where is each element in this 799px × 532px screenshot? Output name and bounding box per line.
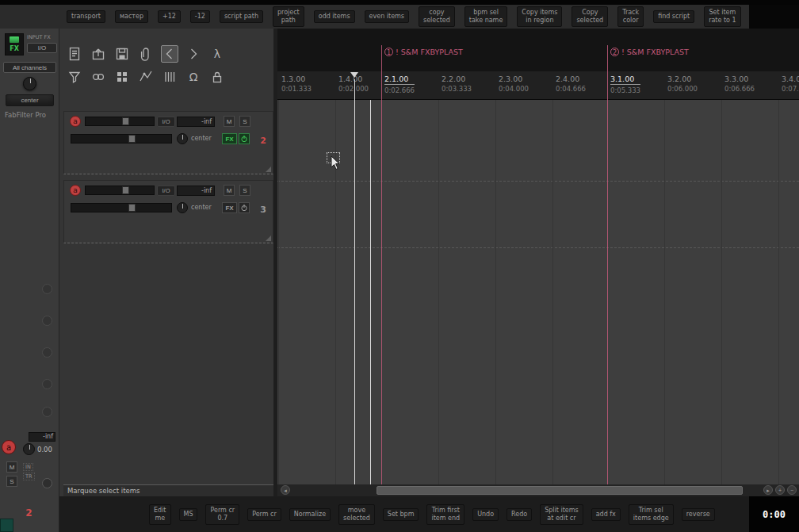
bottom-toolbar-button[interactable]: Undo [472, 508, 499, 521]
top-toolbar-button[interactable]: +12 [158, 10, 181, 23]
top-toolbar-button[interactable]: project path [273, 6, 304, 27]
bottom-toolbar-button[interactable]: Redo [507, 508, 532, 521]
resize-grip[interactable] [266, 166, 271, 172]
fx-button[interactable]: FX [222, 133, 237, 144]
bottom-toolbar-button[interactable]: Split items at edit cr [540, 504, 583, 525]
top-toolbar-button[interactable]: transport [67, 10, 105, 23]
top-toolbar-button[interactable]: Copy selected [572, 6, 608, 27]
zoom-out-button[interactable]: − [787, 485, 797, 495]
scroll-right-button[interactable]: ▸ [763, 485, 773, 495]
volume-fader[interactable] [85, 186, 155, 195]
width-slider[interactable] [71, 203, 172, 212]
top-toolbar-button[interactable]: script path [220, 10, 263, 23]
master-record-arm-button[interactable]: a [2, 440, 16, 454]
document-icon[interactable] [66, 45, 83, 63]
top-toolbar-button[interactable]: even items [365, 10, 409, 23]
top-toolbar-button[interactable]: -12 [190, 10, 210, 23]
top-toolbar-button[interactable]: find script [653, 10, 694, 23]
transport-clock[interactable]: 0:00 [749, 496, 799, 532]
filter-icon[interactable] [66, 68, 83, 86]
edit-cursor-line[interactable] [370, 100, 371, 484]
plugin-name[interactable]: FabFilter Pro [5, 111, 46, 119]
fx-bypass-button[interactable] [239, 133, 250, 144]
record-arm-button[interactable]: a [70, 185, 81, 196]
edit-cursor-marker[interactable] [350, 72, 358, 78]
ruler-tick: 1.3.000:01.333 [281, 75, 312, 93]
open-project-icon[interactable] [90, 45, 107, 63]
bottom-toolbar-button[interactable]: Edit me [149, 504, 171, 525]
region-marker-label[interactable]: 1!S&M FXBYPLAST [384, 48, 463, 56]
bottom-toolbar-button[interactable]: move selected [338, 504, 375, 525]
scrollbar-thumb[interactable] [377, 486, 743, 495]
record-arm-button[interactable]: a [70, 116, 81, 127]
top-toolbar-button[interactable]: Set item rate to 1 [704, 6, 740, 27]
bottom-toolbar-button[interactable]: MS [179, 508, 198, 521]
pan-knob[interactable] [177, 202, 188, 213]
solo-button[interactable]: S [239, 116, 250, 127]
bottom-toolbar-button[interactable]: Trim sel items edge [629, 504, 674, 525]
ruler-tick: 3.3.000:06.666 [724, 75, 755, 93]
attach-icon[interactable] [137, 45, 155, 63]
mute-button[interactable]: M [224, 116, 235, 127]
width-slider[interactable] [71, 134, 172, 144]
mute-button[interactable]: M [224, 185, 235, 196]
top-toolbar-button[interactable]: Track color [617, 6, 644, 27]
bars-icon[interactable] [161, 68, 178, 86]
envelope-icon[interactable] [137, 68, 155, 86]
master-trim-knob[interactable] [23, 443, 35, 455]
panel-divider[interactable] [273, 29, 277, 532]
env-knob-icon[interactable] [42, 478, 52, 488]
top-toolbar-button[interactable]: odd items [314, 10, 355, 23]
link-icon[interactable] [90, 68, 107, 86]
bottom-toolbar-button[interactable]: reverse [682, 508, 715, 521]
horizontal-scrollbar[interactable]: ◂ ▸ + − [277, 484, 799, 496]
io-button[interactable]: I/O [157, 117, 175, 127]
action-list-icon[interactable]: λ [208, 45, 226, 63]
bottom-toolbar-button[interactable]: Set bpm [383, 508, 419, 521]
menu-bar[interactable] [0, 0, 799, 5]
pan-knob[interactable] [177, 133, 188, 144]
fx-bypass-button[interactable] [239, 202, 250, 213]
bottom-toolbar-button[interactable]: Perm cr [247, 508, 281, 521]
io-button[interactable]: I/O [157, 186, 175, 196]
track-panel[interactable]: aI/O-infMScenterFX2 [63, 111, 273, 174]
top-toolbar-button[interactable]: copy selected [419, 6, 455, 27]
lock-icon[interactable] [208, 68, 226, 86]
master-pan-knob[interactable] [23, 77, 36, 90]
region-marker-bar[interactable]: 1!S&M FXBYPLAST2!S&M FXBYPLAST [277, 45, 799, 61]
master-in-button[interactable]: IN [23, 463, 33, 471]
top-toolbar-button[interactable]: мастер [115, 10, 148, 23]
region-marker-label[interactable]: 2!S&M FXBYPLAST [610, 48, 689, 56]
grid-icon[interactable] [113, 68, 131, 86]
snap-magnet-icon[interactable]: Ω [185, 68, 202, 86]
input-fx-badge[interactable]: FX [5, 33, 24, 55]
zoom-in-button[interactable]: + [775, 485, 785, 495]
save-icon[interactable] [113, 45, 131, 63]
region-marker-line[interactable] [381, 45, 382, 484]
forward-arrow-icon[interactable] [185, 45, 202, 63]
back-arrow-icon[interactable] [161, 45, 178, 63]
bottom-toolbar-button[interactable]: Perm cr 0.7 [205, 504, 239, 525]
master-solo-button[interactable]: S [6, 476, 17, 487]
top-toolbar-button[interactable]: bpm sel take name [464, 6, 508, 27]
top-toolbar-button[interactable]: Copy items in region [517, 6, 562, 27]
arrange-view[interactable] [277, 100, 799, 484]
volume-fader[interactable] [85, 117, 155, 126]
edit-cursor-line[interactable] [354, 79, 355, 484]
all-channels-button[interactable]: All channels [3, 62, 56, 73]
scroll-left-button[interactable]: ◂ [281, 485, 290, 495]
bottom-toolbar-button[interactable]: Normalize [289, 508, 331, 521]
master-pan-button[interactable]: center [6, 94, 54, 106]
region-marker-line[interactable] [607, 45, 608, 484]
bottom-toolbar-button[interactable]: Trim first item end [426, 504, 464, 525]
fx-button[interactable]: FX [222, 202, 237, 213]
track-panel[interactable]: aI/O-infMScenterFX3 [63, 180, 273, 243]
master-tr-button[interactable]: TR [23, 473, 35, 480]
master-mute-button[interactable]: M [6, 461, 17, 473]
solo-button[interactable]: S [239, 185, 250, 196]
ruler-tick: 2.2.000:03.333 [442, 75, 472, 93]
knob-icon [42, 316, 52, 326]
master-io-button[interactable]: I/O [27, 43, 57, 53]
bottom-toolbar-button[interactable]: add fx [591, 508, 621, 521]
resize-grip[interactable] [266, 235, 271, 241]
